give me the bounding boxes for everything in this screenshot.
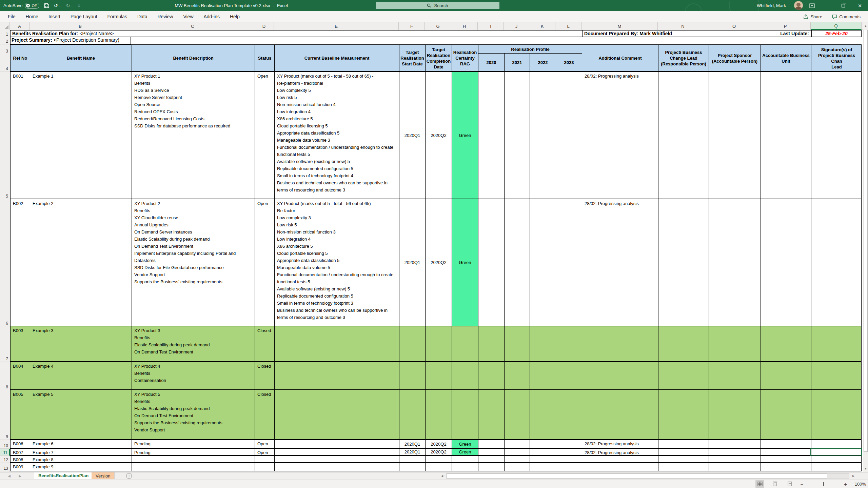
row-header-7[interactable]: 7 [0, 326, 10, 362]
cell-C11[interactable]: Pending [132, 449, 255, 455]
cell-E8[interactable] [275, 362, 399, 389]
column-header-C[interactable]: C [131, 22, 254, 30]
view-normal-button[interactable] [755, 480, 764, 488]
add-sheet-button[interactable]: + [126, 473, 132, 479]
cell-N6[interactable] [658, 199, 709, 326]
header-cell-G[interactable]: Target Realisation Completion Date [426, 45, 452, 71]
header-cell-N[interactable]: Project/ Business Change Lead (Responsib… [658, 45, 709, 71]
header-cell-year-2020[interactable]: 2020 [478, 54, 505, 71]
cell-I8[interactable] [478, 362, 505, 389]
cell-D9[interactable]: Closed [255, 390, 275, 439]
cell-I13[interactable] [478, 463, 505, 471]
cell-B13[interactable]: Example 9 [30, 463, 132, 471]
cell-L11[interactable] [556, 449, 582, 455]
cell-C13[interactable] [132, 463, 255, 471]
column-header-D[interactable]: D [254, 22, 274, 30]
view-page-break-button[interactable] [785, 480, 794, 488]
comments-button[interactable]: Comments [827, 11, 865, 22]
hscroll-right-button[interactable]: ▶ [850, 473, 856, 479]
column-header-O[interactable]: O [708, 22, 760, 30]
sheet-tab-benefitsrealisationplan[interactable]: BenefitsRealisationPlan [34, 472, 93, 480]
cell-Q6[interactable] [811, 199, 862, 326]
cell-Q8[interactable] [811, 362, 862, 389]
cell-E10[interactable] [275, 440, 399, 448]
cell-C7[interactable]: XY Product 3 Benefits Elastic Scalabilit… [132, 326, 255, 361]
cell-D11[interactable]: Open [255, 449, 275, 455]
cell-O13[interactable] [709, 463, 761, 471]
header-cell-F[interactable]: Target Realisation Start Date [399, 45, 426, 71]
cell-F10[interactable]: 2020Q1 [399, 440, 426, 448]
save-button[interactable] [44, 3, 49, 8]
cell-P13[interactable] [761, 463, 811, 471]
cell-Q13[interactable] [811, 463, 862, 471]
cell-I11[interactable] [478, 449, 505, 455]
ribbon-tab-help[interactable]: Help [225, 11, 245, 22]
scroll-up-button[interactable]: ▲ [863, 22, 868, 29]
active-cell-outline[interactable] [810, 448, 862, 456]
row-header-1[interactable]: 1 [0, 30, 10, 37]
cell-J10[interactable] [505, 440, 530, 448]
cell-F5[interactable]: 2020Q1 [399, 72, 426, 199]
cell-G8[interactable] [426, 362, 452, 389]
header-cell-M[interactable]: Additional Comment [582, 45, 658, 71]
row-header-8[interactable]: 8 [0, 362, 10, 390]
column-header-Q[interactable]: Q [811, 22, 862, 30]
horizontal-scrollbar-thumb[interactable] [447, 473, 827, 479]
restore-button[interactable] [835, 0, 851, 11]
zoom-slider-thumb[interactable] [823, 482, 824, 486]
cell-A8[interactable]: B004 [11, 362, 30, 389]
prepared-by-cell[interactable]: Document Prepared By: Mark Whitfield [584, 30, 672, 37]
cell-I12[interactable] [478, 456, 505, 462]
cell-D6[interactable]: Open [255, 199, 275, 326]
cell-J5[interactable] [505, 72, 530, 199]
hscroll-left-button[interactable]: ◀ [439, 473, 445, 479]
cell-F11[interactable]: 2020Q1 [399, 449, 426, 455]
cell-A13[interactable]: B009 [11, 463, 30, 471]
row-header-9[interactable]: 9 [0, 390, 10, 440]
cell-P7[interactable] [761, 326, 811, 361]
cell-M11[interactable]: 28/02: Progressing analysis [582, 449, 658, 455]
cell-P12[interactable] [761, 456, 811, 462]
cell-M8[interactable] [582, 362, 658, 389]
cell-H10[interactable]: Green [452, 440, 478, 448]
cell-M13[interactable] [582, 463, 658, 471]
cell-K5[interactable] [530, 72, 556, 199]
last-update-label-cell[interactable]: Last Update: [762, 30, 809, 37]
cell-J7[interactable] [505, 326, 530, 361]
cell-D12[interactable] [255, 456, 275, 462]
zoom-level[interactable]: 100% [853, 482, 866, 487]
cell-O11[interactable] [709, 449, 761, 455]
cell-I7[interactable] [478, 326, 505, 361]
cell-N5[interactable] [658, 72, 709, 199]
ribbon-tab-review[interactable]: Review [153, 11, 178, 22]
cell-I9[interactable] [478, 390, 505, 439]
cell-N11[interactable] [658, 449, 709, 455]
cell-A7[interactable]: B003 [11, 326, 30, 361]
row-header-10[interactable]: 10 [0, 440, 10, 449]
cell-K13[interactable] [530, 463, 556, 471]
cell-F6[interactable]: 2020Q1 [399, 199, 426, 326]
cell-D8[interactable]: Closed [255, 362, 275, 389]
column-header-J[interactable]: J [504, 22, 529, 30]
cell-H6[interactable]: Green [452, 199, 478, 326]
row-header-5[interactable]: 5 [0, 72, 10, 199]
close-button[interactable]: ✕ [852, 0, 868, 11]
cell-G7[interactable] [426, 326, 452, 361]
cell-D5[interactable]: Open [255, 72, 275, 199]
cell-N12[interactable] [658, 456, 709, 462]
header-cell-P[interactable]: Accountable Business Unit [761, 45, 811, 71]
header-cell-Q[interactable]: Signature(s) of Project/ Business Chan L… [811, 45, 862, 71]
cell-F7[interactable] [399, 326, 426, 361]
cell-G10[interactable]: 2020Q2 [426, 440, 452, 448]
cell-B7[interactable]: Example 3 [30, 326, 132, 361]
row-header-6[interactable]: 6 [0, 199, 10, 326]
cell-E13[interactable] [275, 463, 399, 471]
cell-B11[interactable]: Example 7 [30, 449, 132, 455]
zoom-out-button[interactable]: − [800, 481, 803, 487]
cell-C8[interactable]: XY Product 4 Benefits Containerisation [132, 362, 255, 389]
cell-L12[interactable] [556, 456, 582, 462]
cell-P9[interactable] [761, 390, 811, 439]
cell-E11[interactable] [275, 449, 399, 455]
cell-K10[interactable] [530, 440, 556, 448]
cell-A9[interactable]: B005 [11, 390, 30, 439]
